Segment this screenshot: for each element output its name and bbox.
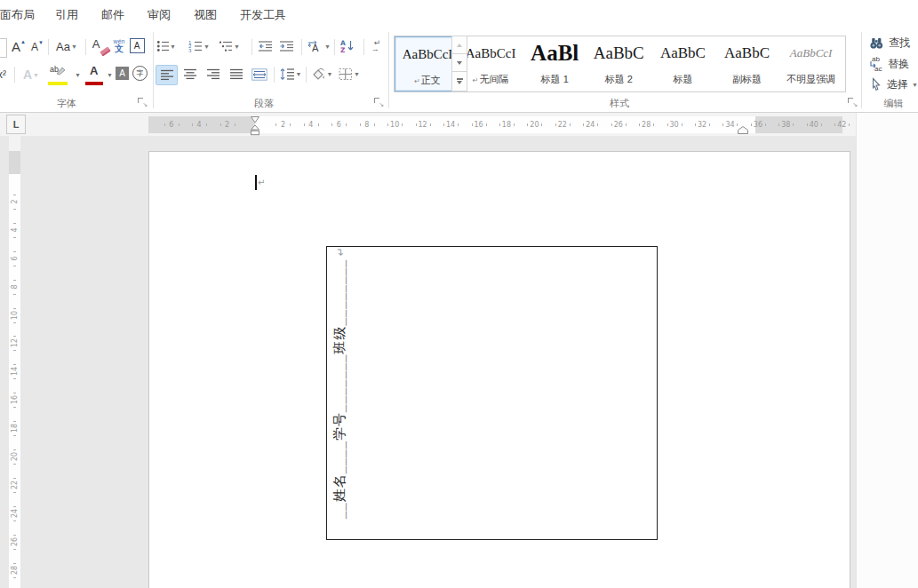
- text-highlight-dropdown[interactable]: ▼: [73, 68, 82, 81]
- font-color-dropdown[interactable]: ▼: [105, 68, 114, 81]
- font-size-combo-clipped[interactable]: [0, 38, 7, 58]
- menu-tab-2[interactable]: 引用: [55, 7, 78, 23]
- more-bar-icon: [457, 78, 463, 80]
- numbering-button[interactable]: 123 ▼: [188, 38, 210, 54]
- ruler-tick: [13, 549, 16, 550]
- ruler-number: 24: [9, 507, 21, 519]
- dropdown-arrow-icon: ▼: [354, 71, 360, 77]
- enclose-characters-button[interactable]: 字: [132, 65, 148, 82]
- vertical-scrollbar-area[interactable]: [856, 113, 918, 588]
- ruler-tick: [275, 123, 276, 126]
- align-right-button[interactable]: [203, 65, 223, 83]
- style-item-3[interactable]: AaBl标题 1: [523, 36, 587, 90]
- menu-tab-5[interactable]: 视图: [194, 7, 217, 23]
- button-divider: [274, 67, 275, 83]
- character-shading-button[interactable]: A: [114, 65, 131, 82]
- text-box[interactable]: __姓名____学号_______班级________ ↵: [326, 246, 658, 540]
- menu-tab-6[interactable]: 开发工具: [240, 7, 286, 23]
- select-label: 选择: [887, 77, 908, 92]
- superscript-button-clipped[interactable]: x²: [0, 66, 11, 83]
- style-name-text: 标题 2: [605, 74, 633, 84]
- menu-tab-3[interactable]: 邮件: [101, 7, 124, 23]
- ruler-number: 20: [9, 451, 21, 463]
- paragraph-marks-icon: ↵→: [371, 39, 381, 53]
- shading-button[interactable]: ▼: [308, 64, 335, 83]
- select-dropdown-icon: ▼: [912, 82, 918, 88]
- font-group-label: 字体: [18, 96, 116, 110]
- eraser-icon: [100, 46, 110, 56]
- justify-button[interactable]: [226, 65, 246, 83]
- styles-group-label: 样式: [566, 96, 673, 110]
- change-case-button[interactable]: Aa▼: [52, 36, 82, 56]
- ruler-tick: [611, 123, 612, 126]
- ruler-tick: [13, 308, 16, 309]
- ruler-tick: [486, 123, 487, 126]
- hanging-indent-marker[interactable]: [251, 125, 259, 136]
- phonetic-guide-button[interactable]: wén 文: [110, 35, 128, 57]
- text-effects-button[interactable]: A▼: [18, 64, 44, 85]
- style-item-5[interactable]: AaBbC标题: [651, 36, 714, 90]
- button-divider: [14, 67, 15, 83]
- styles-more-button[interactable]: [451, 71, 467, 91]
- grow-font-letter: A: [12, 39, 20, 54]
- line-spacing-button[interactable]: ▼: [277, 64, 304, 83]
- ruler-tick: [192, 123, 193, 126]
- style-item-6[interactable]: AaBbC副标题: [715, 36, 779, 90]
- ruler-number: 4: [9, 224, 21, 235]
- edit-group-label: 编辑: [842, 96, 918, 110]
- shrink-font-button[interactable]: A▼: [28, 37, 46, 56]
- style-name: 标题 2: [587, 73, 651, 86]
- tab-stop-selector[interactable]: L: [6, 115, 26, 134]
- text-highlight-button[interactable]: ab: [47, 63, 72, 86]
- multilevel-list-button[interactable]: ▼: [219, 38, 240, 54]
- paragraph-dialog-launcher[interactable]: [374, 98, 383, 107]
- increase-indent-icon: [279, 40, 294, 52]
- ruler-tick: [13, 393, 16, 393]
- show-hide-marks-button[interactable]: ↵→: [367, 36, 385, 55]
- style-item-2[interactable]: AaBbCcI↵无间隔: [459, 36, 523, 90]
- style-item-7[interactable]: AaBbCcI不明显强调: [779, 36, 843, 90]
- font-color-button[interactable]: A: [84, 63, 106, 86]
- character-shading-letter: A: [119, 68, 125, 78]
- find-button[interactable]: 查找: [869, 34, 910, 52]
- sort-button[interactable]: A Z: [338, 36, 357, 55]
- align-center-button[interactable]: [180, 65, 200, 83]
- asian-layout-button[interactable]: A ▼: [306, 37, 332, 55]
- style-item-4[interactable]: AaBbC标题 2: [587, 36, 651, 90]
- replace-icon-ac: ac: [874, 65, 882, 73]
- binoculars-icon: [869, 36, 884, 50]
- ruler-tick: [541, 123, 542, 126]
- style-item-1[interactable]: AaBbCcI↵正文: [395, 36, 460, 91]
- bullets-button[interactable]: ▼: [156, 38, 176, 54]
- borders-button[interactable]: ▼: [336, 64, 363, 83]
- ruler-tick: [514, 123, 515, 126]
- character-border-button[interactable]: A: [129, 37, 145, 53]
- sort-icon: A Z: [340, 39, 355, 53]
- styles-scroll-down-button[interactable]: [451, 53, 467, 73]
- clear-formatting-button[interactable]: A: [89, 36, 108, 56]
- grow-font-button[interactable]: A▲: [9, 36, 28, 56]
- styles-scroll-up-button[interactable]: [451, 36, 467, 55]
- ruler-tick: [13, 492, 16, 493]
- align-left-button[interactable]: [156, 65, 178, 85]
- ruler-tick: [13, 449, 16, 450]
- ruler-tick: [13, 322, 16, 323]
- increase-indent-button[interactable]: [277, 38, 296, 54]
- phonetic-icon: wén 文: [114, 38, 125, 53]
- ruler-tick: [164, 123, 165, 126]
- textbox-label: 学号: [331, 412, 347, 441]
- decrease-indent-button[interactable]: [256, 38, 275, 54]
- distribute-button[interactable]: [249, 65, 270, 83]
- select-button[interactable]: 选择 ▼: [869, 75, 918, 93]
- ruler-number: 26: [612, 116, 625, 133]
- style-name: ↵正文: [395, 74, 459, 87]
- first-line-indent-marker[interactable]: [251, 116, 259, 123]
- menu-tab-4[interactable]: 审阅: [148, 7, 171, 23]
- right-indent-marker[interactable]: [738, 126, 748, 135]
- style-sample: AaBl: [523, 39, 587, 68]
- font-dialog-launcher[interactable]: [138, 98, 147, 107]
- replace-button[interactable]: ab ac 替换: [869, 55, 909, 73]
- style-sample: AaBbC: [651, 39, 714, 68]
- menu-tab-1[interactable]: 面布局: [0, 7, 35, 23]
- ruler-number: 2: [9, 195, 21, 207]
